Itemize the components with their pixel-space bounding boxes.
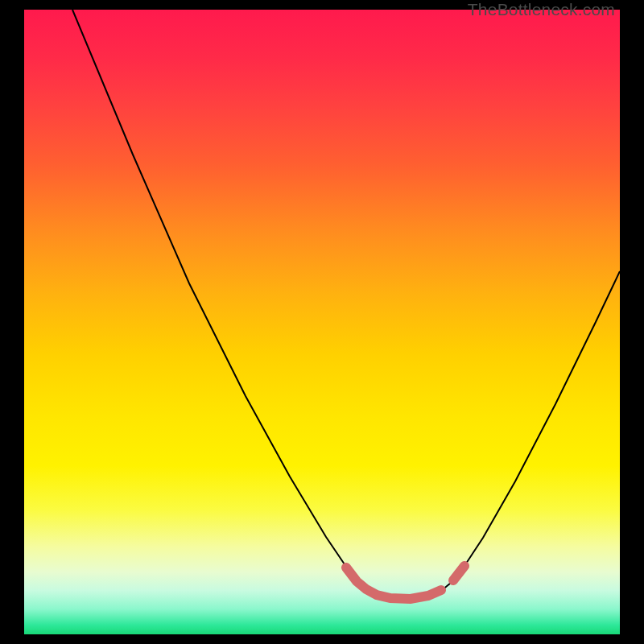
watermark-text: TheBottleneck.com	[468, 0, 615, 19]
chart-plot	[24, 10, 620, 634]
chart-series-group	[72, 10, 620, 600]
series-bottleneck-floor-highlight-right	[453, 566, 464, 580]
chart-frame	[24, 10, 620, 634]
series-bottleneck-floor-highlight	[346, 568, 441, 599]
series-bottleneck-curve	[72, 10, 620, 600]
